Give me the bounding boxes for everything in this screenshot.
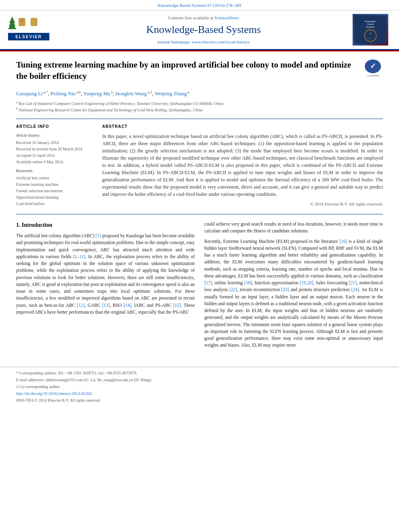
article-info-label: ARTICLE INFO <box>16 124 93 129</box>
author-3[interactable]: Yunpeng Ma <box>83 90 110 97</box>
affiliation-a: a Key Lab of Industrial Computer Control… <box>16 100 383 107</box>
history-item-1: Received 16 January 2014 <box>16 140 93 146</box>
journal-homepage: journal homepage: www.elsevier.com/locat… <box>55 39 352 45</box>
footer-note-2: E-mail addresses: zhihuiyuang@163.com (G… <box>16 377 383 383</box>
cite-14[interactable]: [14] <box>123 303 131 308</box>
body-section: 1. Introduction The artificial bee colon… <box>16 221 383 352</box>
journal-header: 🦁 ELSEVIER Contents lists available at S… <box>0 10 399 50</box>
body-para-2: could achieve very good search results i… <box>204 221 383 235</box>
keyword-3: Greedy selection mechanism <box>16 188 93 194</box>
author-2[interactable]: Peifeng Niu <box>51 90 76 97</box>
keyword-2: Extreme learning machine <box>16 182 93 187</box>
abstract-label: ABSTRACT <box>102 124 383 129</box>
cite-15[interactable]: [15] <box>173 303 181 308</box>
footer-doi[interactable]: http://dx.doi.org/10.1016/j.knosys.2014.… <box>16 391 383 396</box>
svg-text:Based: Based <box>367 23 373 26</box>
affiliations: a Key Lab of Industrial Computer Control… <box>16 100 383 113</box>
journal-header-center: Contents lists available at ScienceDirec… <box>55 15 352 45</box>
body-col-right: could achieve very good search results i… <box>204 221 383 352</box>
history-item-2: Received in revised form 26 March 2014 <box>16 146 93 152</box>
journal-reference-bar: Knowledge-Based Systems 67 (2014) 278–28… <box>0 0 399 10</box>
svg-text:🦁: 🦁 <box>21 18 24 22</box>
journal-reference: Knowledge-Based Systems 67 (2014) 278–28… <box>158 3 241 8</box>
cite-13[interactable]: [13] <box>102 303 110 308</box>
contents-line: Contents lists available at ScienceDirec… <box>55 15 352 21</box>
svg-text:Knowledge-: Knowledge- <box>365 20 376 23</box>
author-2-sup: a,b <box>76 90 81 94</box>
author-4-sup: a,1 <box>147 90 152 94</box>
keyword-4: Opposition-based learning <box>16 195 93 200</box>
cite-19-20[interactable]: [19,20] <box>300 280 313 285</box>
history-item-3: Accepted 25 April 2014 <box>16 153 93 158</box>
svg-point-8 <box>32 18 36 22</box>
author-1[interactable]: Guoqiang Li <box>16 90 43 97</box>
svg-text:Systems: Systems <box>366 26 375 29</box>
author-1-sup: a,* <box>43 90 48 94</box>
journal-cover-image: Knowledge- Based Systems ⚙ 67 <box>352 14 393 46</box>
author-4[interactable]: Hongbin Wang <box>115 90 147 97</box>
history-item-4: Available online 9 May 2014 <box>16 159 93 165</box>
abstract-column: ABSTRACT In this paper, a novel optimiza… <box>102 124 383 207</box>
body-col-left: 1. Introduction The artificial bee colon… <box>16 221 195 352</box>
footer-note-1: * Corresponding authors. Tel.: +86 1393 … <box>16 370 383 376</box>
affiliation-b: b National Engineering Research Center f… <box>16 107 383 113</box>
cite-22[interactable]: [22] <box>229 287 237 292</box>
footer-note-3: 1 Co-corresponding author. <box>16 384 383 390</box>
cite-18[interactable]: [18] <box>244 280 252 285</box>
body-para-3: Recently, Extreme Learning Machine (ELM)… <box>204 238 383 349</box>
cite-1[interactable]: [1] <box>96 233 101 238</box>
cite-21[interactable]: [21] <box>349 280 357 285</box>
homepage-url[interactable]: www.elsevier.com/locate/knosys <box>191 39 249 44</box>
science-direct-link[interactable]: ScienceDirect <box>214 15 239 20</box>
journal-title: Knowledge-Based Systems <box>55 23 352 37</box>
cite-23[interactable]: [23] <box>281 287 289 292</box>
footer-section: * Corresponding authors. Tel.: +86 1393 … <box>0 367 399 403</box>
footer-issn: 0950-7051/© 2014 Elsevier B.V. All right… <box>16 398 383 403</box>
keywords-section: Keywords: Artificial bee colony Extreme … <box>16 168 93 207</box>
section-1-heading: 1. Introduction <box>16 221 195 229</box>
section-divider <box>16 214 383 214</box>
author-3-sup: a <box>110 90 113 94</box>
keyword-1: Artificial bee colony <box>16 175 93 181</box>
authors-line: Guoqiang Li a,*, Peifeng Niu a,b, Yunpen… <box>16 90 383 98</box>
history-label: Article history: <box>16 133 93 138</box>
cite-24[interactable]: [24] <box>351 287 359 292</box>
article-container: Tuning extreme learning machine by an im… <box>0 51 399 360</box>
elsevier-logo-svg: 🦁 ELSEVIER <box>6 15 55 43</box>
copyright-line: © 2014 Elsevier B.V. All rights reserved… <box>102 201 383 207</box>
svg-text:⚙: ⚙ <box>369 32 372 35</box>
info-abstract-section: ARTICLE INFO Article history: Received 1… <box>16 119 383 207</box>
svg-text:67: 67 <box>369 37 372 39</box>
cite-12[interactable]: [12] <box>77 303 84 308</box>
cite-2-11[interactable]: [2–11] <box>73 254 85 259</box>
author-5-sup: a <box>187 90 189 94</box>
cite-17[interactable]: [17] <box>204 280 212 285</box>
crossmark-text: CrossMark <box>366 74 379 78</box>
article-info-column: ARTICLE INFO Article history: Received 1… <box>16 124 93 207</box>
abstract-text: In this paper, a novel optimization tech… <box>102 133 383 198</box>
body-para-1: The artificial bee colony algorithm (ABC… <box>16 232 195 316</box>
keywords-label: Keywords: <box>16 168 93 174</box>
article-title-section: Tuning extreme learning machine by an im… <box>16 60 383 85</box>
cite-16[interactable]: [16] <box>339 239 347 244</box>
keyword-5: Coal-fired boilers <box>16 201 93 207</box>
article-title: Tuning extreme learning machine by an im… <box>16 60 363 82</box>
cover-thumbnail: Knowledge- Based Systems ⚙ 67 <box>352 14 389 46</box>
crossmark-badge[interactable]: ✓ CrossMark <box>363 60 383 78</box>
svg-text:ELSEVIER: ELSEVIER <box>16 35 42 39</box>
author-5[interactable]: Weiping Zhang <box>154 90 187 97</box>
crossmark-icon: ✓ <box>365 60 381 73</box>
elsevier-logo-section: 🦁 ELSEVIER <box>6 15 55 45</box>
